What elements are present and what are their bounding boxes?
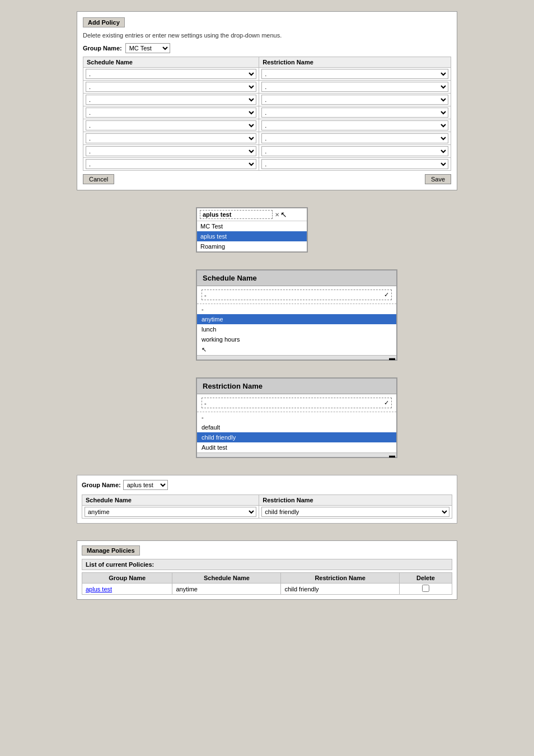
policy-table: Schedule Name Restriction Name . . . — [83, 57, 451, 171]
summary-schedule-header: Schedule Name — [82, 495, 259, 506]
restriction-selected-value: - — [204, 400, 207, 407]
schedule-cell-7: . — [83, 158, 259, 171]
list-of-policies-header: List of current Policies: — [82, 559, 452, 570]
restriction-select-6[interactable]: . — [261, 146, 448, 156]
schedule-select-2[interactable]: . — [86, 95, 256, 105]
group-dropdown-item[interactable]: MC Test — [197, 221, 307, 231]
restriction-select-0[interactable]: . — [261, 69, 448, 79]
restriction-select-7[interactable]: . — [261, 159, 448, 169]
restriction-dropdown-list: -defaultchild friendlyAudit test — [197, 412, 396, 452]
schedule-cell-5: . — [83, 132, 259, 145]
dropdown-header-row: aplus test ✕ ↖ — [197, 208, 307, 221]
summary-schedule-cell: anytime — [82, 506, 259, 519]
schedule-list-item[interactable]: lunch — [197, 324, 396, 334]
restriction-cell-5: . — [259, 132, 451, 145]
summary-restriction-header: Restriction Name — [259, 495, 452, 506]
summary-group-label: Group Name: — [82, 482, 121, 488]
restriction-cell-0: . — [259, 68, 451, 81]
restriction-list-item[interactable]: default — [197, 422, 396, 432]
schedule-dropdown-header: Schedule Name — [197, 270, 396, 286]
restriction-col-header: Restriction Name — [259, 57, 451, 68]
summary-group-select[interactable]: aplus test — [123, 480, 168, 490]
manage-restriction-cell: child friendly — [281, 584, 399, 595]
manage-group-cell: aplus test — [82, 584, 172, 595]
schedule-cell-3: . — [83, 106, 259, 119]
group-name-row: Group Name: MC Test — [83, 43, 451, 53]
schedule-scrollbar[interactable]: ▬ — [197, 355, 396, 360]
policy-row: . . — [83, 145, 451, 158]
manage-restriction-col: Restriction Name — [281, 573, 399, 584]
restriction-list-item[interactable]: Audit test — [197, 442, 396, 452]
restriction-cell-7: . — [259, 158, 451, 171]
schedule-select-box[interactable]: - ✓ — [202, 290, 392, 300]
schedule-select-3[interactable]: . — [86, 108, 256, 118]
manage-policies-panel: Manage Policies List of current Policies… — [77, 540, 457, 600]
manage-delete-cell — [399, 584, 452, 595]
summary-restriction-select[interactable]: child friendly — [261, 507, 449, 517]
summary-schedule-select[interactable]: anytime — [85, 507, 256, 517]
group-name-input[interactable]: aplus test — [200, 210, 273, 219]
manage-row: aplus test anytime child friendly — [82, 584, 452, 595]
restriction-chevron-icon[interactable]: ✓ — [384, 399, 389, 407]
schedule-cell-2: . — [83, 94, 259, 106]
cursor-icon: ↖ — [280, 210, 287, 219]
policy-row: . . — [83, 132, 451, 145]
btn-row: Cancel Save — [83, 174, 451, 184]
restriction-cell-3: . — [259, 106, 451, 119]
manage-schedule-col: Schedule Name — [172, 573, 281, 584]
schedule-list-item[interactable]: - — [197, 304, 396, 314]
schedule-list-item[interactable]: anytime — [197, 314, 396, 324]
cancel-button[interactable]: Cancel — [83, 174, 114, 184]
schedule-list-item[interactable]: working hours — [197, 334, 396, 344]
schedule-chevron-icon[interactable]: ✓ — [384, 291, 389, 298]
schedule-col-header: Schedule Name — [83, 57, 259, 68]
restriction-list-item[interactable]: - — [197, 412, 396, 422]
schedule-selected-value: - — [204, 292, 207, 298]
group-name-select[interactable]: MC Test — [125, 43, 170, 53]
schedule-select-1[interactable]: . — [86, 82, 256, 92]
summary-row: anytime child friendly — [82, 506, 452, 519]
schedule-cell-1: . — [83, 81, 259, 94]
summary-table: Schedule Name Restriction Name anytime c… — [82, 494, 452, 519]
group-link[interactable]: aplus test — [86, 586, 112, 592]
restriction-list-item[interactable]: child friendly — [197, 432, 396, 442]
delete-checkbox[interactable] — [422, 585, 429, 592]
schedule-select-7[interactable]: . — [86, 159, 256, 169]
group-dropdown-item[interactable]: aplus test — [197, 231, 307, 241]
schedule-select-6[interactable]: . — [86, 146, 256, 156]
policy-row: . . — [83, 94, 451, 106]
summary-restriction-cell: child friendly — [259, 506, 452, 519]
restriction-select-2[interactable]: . — [261, 95, 448, 105]
dropdown-arrow-icon[interactable]: ✕ — [275, 212, 279, 218]
schedule-dropdown-panel: Schedule Name - ✓ -anytimelunchworking h… — [196, 269, 397, 361]
summary-panel: Group Name: aplus test Schedule Name Res… — [77, 475, 457, 524]
manage-policies-title: Manage Policies — [82, 545, 140, 556]
policy-row: . . — [83, 158, 451, 171]
schedule-cell-4: . — [83, 119, 259, 132]
schedule-cell-0: . — [83, 68, 259, 81]
restriction-cell-2: . — [259, 94, 451, 106]
restriction-cell-1: . — [259, 81, 451, 94]
restriction-select-3[interactable]: . — [261, 108, 448, 118]
restriction-select-row: - ✓ — [197, 394, 396, 412]
restriction-select-box[interactable]: - ✓ — [202, 398, 392, 408]
schedule-select-4[interactable]: . — [86, 120, 256, 130]
summary-group-row: Group Name: aplus test — [82, 480, 452, 490]
add-policy-description: Delete existing entries or enter new set… — [83, 32, 451, 39]
save-button[interactable]: Save — [425, 174, 451, 184]
restriction-select-5[interactable]: . — [261, 133, 448, 143]
schedule-cell-6: . — [83, 145, 259, 158]
restriction-dropdown-panel: Restriction Name - ✓ -defaultchild frien… — [196, 377, 397, 458]
manage-table: Group Name Schedule Name Restriction Nam… — [82, 572, 452, 595]
add-policy-title: Add Policy — [83, 17, 125, 27]
policy-row: . . — [83, 119, 451, 132]
policy-row: . . — [83, 106, 451, 119]
schedule-select-5[interactable]: . — [86, 133, 256, 143]
group-name-dropdown: aplus test ✕ ↖ MC Testaplus testRoaming — [196, 207, 308, 253]
schedule-select-0[interactable]: . — [86, 69, 256, 79]
restriction-select-1[interactable]: . — [261, 82, 448, 92]
restriction-scrollbar[interactable]: ▬ — [197, 452, 396, 457]
group-dropdown-item[interactable]: Roaming — [197, 241, 307, 251]
manage-delete-col: Delete — [399, 573, 452, 584]
restriction-select-4[interactable]: . — [261, 120, 448, 130]
